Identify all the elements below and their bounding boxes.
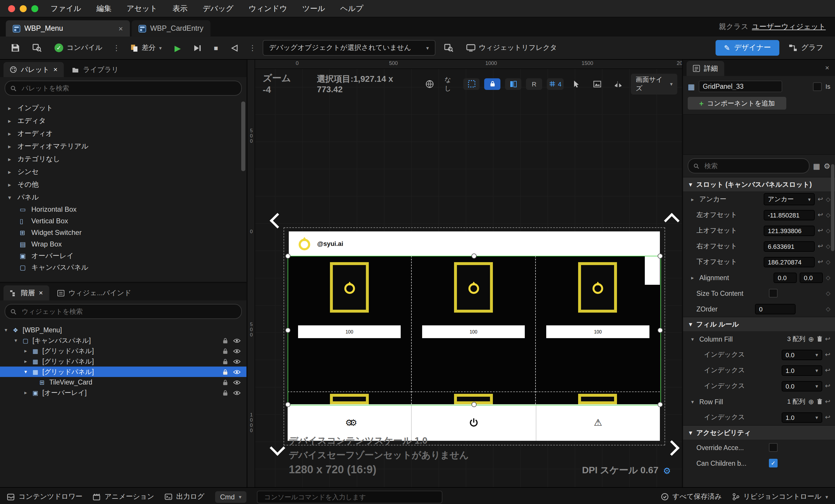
hierarchy-search-input[interactable]: [21, 307, 236, 316]
size-to-content-checkbox[interactable]: [769, 289, 778, 298]
designer-mode-button[interactable]: ✎ デザイナー: [716, 40, 779, 56]
chevron-down-icon[interactable]: ▾: [15, 338, 20, 343]
bind-diamond-icon[interactable]: ◇: [826, 243, 830, 249]
details-settings-icon[interactable]: ⚙: [824, 162, 830, 170]
details-scrollbar[interactable]: [831, 164, 834, 251]
hierarchy-row-gridpanel-2[interactable]: ▸ ▦ [グリッドパネル]: [0, 356, 246, 366]
alignment-y-input[interactable]: 0.0: [800, 272, 823, 283]
revert-icon[interactable]: ↩: [818, 196, 823, 203]
can-children-checkbox[interactable]: ✓: [769, 459, 778, 467]
palette-item-canvas-panel[interactable]: ▢キャンバスパネル: [0, 262, 246, 273]
palette-item-vertical-box[interactable]: ▯Vertical Box: [0, 215, 246, 227]
rotate-grip-sw[interactable]: [270, 440, 285, 456]
chevron-down-icon[interactable]: ▾: [24, 369, 29, 375]
chevron-right-icon[interactable]: ▸: [691, 196, 696, 202]
screen-size-dropdown[interactable]: 画面サイズ ▾: [631, 73, 677, 94]
chevron-right-icon[interactable]: ▸: [8, 143, 14, 149]
play-options-icon[interactable]: ⋮: [247, 43, 258, 52]
close-tab-icon[interactable]: ×: [53, 65, 57, 74]
hierarchy-row-overlay[interactable]: ▸ ▣ [オーバーレイ]: [0, 387, 246, 398]
eye-icon[interactable]: [233, 380, 241, 385]
hierarchy-row-canvas[interactable]: ▾ ▢ [キャンバスパネル]: [0, 335, 246, 346]
graph-mode-button[interactable]: グラフ: [784, 40, 828, 56]
save-button[interactable]: [7, 41, 24, 55]
chevron-right-icon[interactable]: ▸: [691, 275, 696, 280]
tab-hierarchy[interactable]: 階層 ×: [3, 285, 49, 300]
frame-skip-button[interactable]: [189, 42, 205, 54]
lock-icon[interactable]: [223, 358, 228, 364]
tab-library[interactable]: ライブラリ: [65, 62, 125, 77]
bind-diamond-icon[interactable]: ◇: [826, 212, 830, 218]
zorder-input[interactable]: 0: [755, 304, 796, 314]
designer-viewport[interactable]: 0 500 1000 1500 200 500 0 500 1000 ズーム -…: [248, 60, 682, 487]
output-log-button[interactable]: 出力ログ: [165, 492, 204, 502]
revert-icon[interactable]: ↩: [825, 398, 830, 405]
revert-icon[interactable]: ↩: [825, 366, 830, 374]
eye-icon[interactable]: [233, 348, 241, 354]
override-accessible-checkbox[interactable]: [769, 443, 778, 452]
console-input[interactable]: [263, 493, 437, 501]
grid-snap-toggle[interactable]: 4: [547, 78, 564, 89]
palette-category-editor[interactable]: ▸エディタ: [0, 114, 246, 127]
menu-asset[interactable]: アセット: [119, 3, 165, 14]
column-index-0-dropdown[interactable]: 0.0▾: [782, 349, 822, 360]
row-index-0-dropdown[interactable]: 1.0▾: [782, 412, 822, 423]
revert-icon[interactable]: ↩: [825, 335, 830, 343]
chevron-right-icon[interactable]: ▸: [8, 168, 14, 175]
chevron-right-icon[interactable]: ▸: [24, 358, 29, 364]
add-element-icon[interactable]: ⊕: [808, 335, 814, 343]
palette-category-uncategorized[interactable]: ▸カテゴリなし: [0, 153, 246, 165]
selection-outline-toggle[interactable]: [463, 78, 480, 89]
close-tab-icon[interactable]: ×: [825, 64, 829, 72]
minimize-window-button[interactable]: [20, 5, 27, 12]
add-component-button[interactable]: + コンポーネントを追加: [688, 97, 786, 109]
offset-left-input[interactable]: -11.850281: [764, 210, 815, 220]
tab-palette[interactable]: パレット ×: [3, 62, 64, 77]
cursor-tool-button[interactable]: [569, 78, 585, 89]
palette-category-audio[interactable]: ▸オーディオ: [0, 127, 246, 140]
alignment-x-input[interactable]: 0.0: [774, 272, 797, 283]
eye-icon[interactable]: [233, 338, 241, 343]
chevron-right-icon[interactable]: ▸: [8, 181, 14, 188]
palette-search-input[interactable]: [21, 84, 236, 92]
lock-icon[interactable]: [223, 368, 228, 375]
rotate-grip-se[interactable]: [664, 440, 679, 456]
widget-name-input[interactable]: [699, 81, 782, 92]
tab-wbp-menu[interactable]: WBP_Menu ×: [6, 20, 130, 37]
play-button[interactable]: ▶: [170, 41, 185, 55]
palette-item-widget-switcher[interactable]: ⊞Widget Switcher: [0, 227, 246, 238]
offset-bottom-input[interactable]: 186.270874: [764, 257, 815, 267]
tab-wbp-cardentry[interactable]: WBP_CardEntry: [131, 20, 210, 37]
palette-item-horizontal-box[interactable]: ▭Horizontal Box: [0, 204, 246, 215]
stop-button[interactable]: ■: [210, 41, 222, 54]
hierarchy-search[interactable]: [5, 304, 242, 319]
menu-view[interactable]: 表示: [165, 3, 195, 14]
revert-icon[interactable]: ↩: [818, 242, 823, 250]
chevron-down-icon[interactable]: ▾: [691, 336, 696, 342]
menu-file[interactable]: ファイル: [43, 3, 89, 14]
close-window-button[interactable]: [8, 5, 15, 12]
lock-icon[interactable]: [223, 337, 228, 344]
tab-widget-bind[interactable]: ウィジェ...バインド: [51, 285, 138, 300]
widget-reflector-button[interactable]: ウィジェットリフレクタ: [462, 41, 561, 55]
palette-category-audiomaterial[interactable]: ▸オーディオマテリアル: [0, 140, 246, 153]
respect-locks-toggle[interactable]: R: [526, 78, 542, 89]
resize-handle-ne[interactable]: [657, 254, 663, 259]
bind-diamond-icon[interactable]: ◇: [826, 290, 830, 296]
section-slot[interactable]: ▾ スロット (キャンバスパネルスロット): [683, 177, 835, 191]
compile-button[interactable]: ✓ コンパイル: [50, 41, 106, 55]
compile-options-icon[interactable]: ⋮: [111, 43, 122, 52]
preview-background-button[interactable]: [421, 78, 437, 89]
chevron-right-icon[interactable]: ▸: [8, 118, 14, 124]
lock-icon[interactable]: [223, 389, 228, 396]
bind-diamond-icon[interactable]: ◇: [826, 259, 830, 265]
palette-scrollbar[interactable]: [241, 101, 245, 171]
eye-icon[interactable]: [233, 390, 241, 395]
close-tab-icon[interactable]: ×: [119, 24, 123, 33]
menu-window[interactable]: ウィンドウ: [241, 3, 294, 14]
browse-debug-button[interactable]: [440, 41, 457, 55]
offset-top-input[interactable]: 121.393806: [764, 225, 815, 236]
section-fill-rules[interactable]: ▾ フィル ルール: [683, 317, 835, 331]
aspect-button[interactable]: [589, 78, 606, 89]
menu-debug[interactable]: デバッグ: [195, 3, 241, 14]
